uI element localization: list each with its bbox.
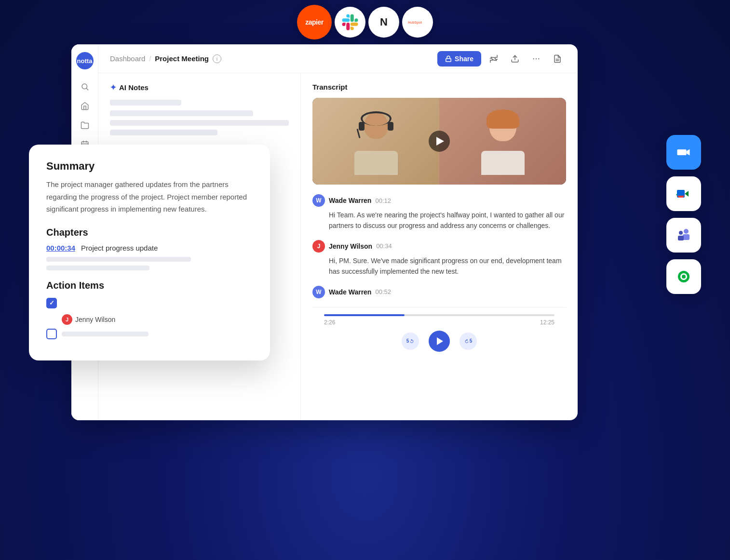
speaker-name-wade-1: Wade Warren [329,197,371,204]
summary-text: The project manager gathered updates fro… [46,178,253,215]
transcript-title: Transcript [312,83,566,91]
progress-times: 2:26 12:25 [324,319,554,326]
speaker-avatar-wade-2: W [312,286,325,298]
checkbox-unchecked-2[interactable] [46,329,57,339]
integrations-top-bar: zapier N HubSpot [297,5,433,40]
svg-point-9 [82,84,87,89]
transcript-message-1: W Wade Warren 00:12 Hi Team. As we're ne… [312,194,566,231]
info-icon[interactable]: i [213,54,221,63]
teams-integration-icon[interactable] [666,218,701,253]
more-options-button[interactable] [527,50,545,67]
svg-rect-7 [678,236,684,240]
speaker-avatar-jenny: J [312,240,325,253]
sidebar-item-folder[interactable] [77,118,93,133]
share-button[interactable]: Share [437,51,481,67]
video-person-left [312,98,439,185]
total-time: 12:25 [540,319,554,326]
svg-rect-5 [683,234,689,240]
transcript-panel: Transcript [301,73,578,420]
ai-notes-star-icon: ✦ [110,83,116,92]
action-item-1: ✓ [46,298,253,308]
slack-icon[interactable] [335,7,365,38]
summary-title: Summary [46,160,253,173]
zoom-integration-icon[interactable] [666,135,701,170]
sidebar-item-search[interactable] [77,79,93,94]
chapter-item-1: 00:00:34 Project progress update [46,244,253,252]
timestamp-3: 00:52 [375,288,391,295]
header-actions: Share [437,50,566,67]
svg-text:HubSpot: HubSpot [408,21,422,25]
svg-point-15 [538,58,539,59]
video-preview[interactable] [312,98,566,185]
breadcrumb-current: Project Meeting [155,54,209,63]
action-item-1-person: J Jenny Wilson [46,314,253,325]
svg-point-6 [679,231,683,235]
summary-card: Summary The project manager gathered upd… [29,145,270,360]
progress-bar[interactable] [324,314,554,316]
header: Dashboard / Project Meeting i Share [98,44,578,73]
current-time: 2:26 [324,319,335,326]
hubspot-icon[interactable]: HubSpot [402,7,433,38]
breadcrumb-separator: / [149,55,151,63]
speaker-avatar-wade-1: W [312,194,325,207]
chapter-label-1: Project progress update [81,244,158,252]
app-logo[interactable]: notta [76,52,94,69]
speaker-name-wade-2: Wade Warren [329,288,371,296]
chapters-title: Chapters [46,227,253,238]
checkbox-checked-1[interactable]: ✓ [46,298,57,308]
video-play-button[interactable] [429,131,450,152]
svg-point-13 [533,58,534,59]
timestamp-1: 00:12 [375,197,391,204]
action-item-2 [46,329,253,339]
google-meet-integration-icon[interactable] [666,176,701,211]
zapier-icon[interactable]: zapier [297,5,332,40]
svg-point-4 [684,229,689,234]
share-label: Share [455,55,473,63]
notes-toggle-button[interactable] [549,50,566,67]
svg-rect-11 [446,58,451,61]
timestamp-2: 00:34 [376,242,392,250]
breadcrumb-parent[interactable]: Dashboard [110,54,145,63]
play-pause-button[interactable] [429,331,450,352]
transcript-message-2: J Jenny Wilson 00:34 Hi, PM. Sure. We've… [312,240,566,277]
chapter-time-1[interactable]: 00:00:34 [46,244,75,252]
message-text-2: Hi, PM. Sure. We've made significant pro… [312,255,566,277]
video-person-right [439,98,566,185]
progress-fill [324,314,405,316]
breadcrumb: Dashboard / Project Meeting i [110,54,432,63]
action-assignee-jenny: J [62,314,72,325]
integrations-right-bar [666,135,701,294]
message-text-1: Hi Team. As we're nearing the project's … [312,210,566,231]
ai-notes-title: ✦ AI Notes [110,83,289,92]
action-assignee-name-jenny: Jenny Wilson [75,316,115,323]
transcript-message-3: W Wade Warren 00:52 [312,286,566,298]
forward-5-button[interactable]: 5 [460,333,477,350]
speaker-name-jenny: Jenny Wilson [329,242,372,250]
svg-point-14 [536,58,537,59]
playback-controls: 5 5 [324,331,554,352]
sidebar-item-home[interactable] [77,98,93,114]
playback-section: 2:26 12:25 5 [312,307,566,359]
rewind-5-button[interactable]: 5 [402,333,419,350]
webex-integration-icon[interactable] [666,259,701,294]
notion-icon[interactable]: N [368,7,399,38]
export-button[interactable] [506,50,524,67]
action-items-title: Action Items [46,280,253,291]
refresh-button[interactable] [485,50,502,67]
